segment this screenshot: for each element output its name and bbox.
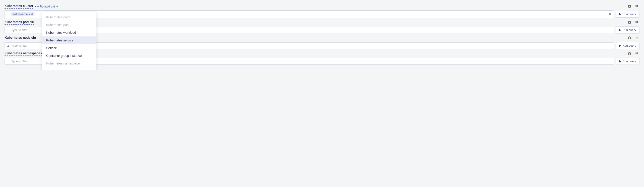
grid-button-1[interactable] xyxy=(634,4,640,9)
section-actions-2 xyxy=(627,20,640,25)
filter-icon-1: ⊿ xyxy=(7,12,10,16)
svg-point-0 xyxy=(636,5,636,6)
svg-point-2 xyxy=(638,5,638,6)
dropdown-item-container-group[interactable]: Container group instance xyxy=(42,52,96,59)
svg-point-15 xyxy=(636,38,636,38)
section-header-ns: Kubernetes namespace clustered_by Kubern… xyxy=(4,51,640,56)
plus-icon: + xyxy=(35,5,36,8)
svg-point-7 xyxy=(636,21,637,22)
svg-point-8 xyxy=(638,21,638,22)
svg-point-23 xyxy=(638,53,638,54)
run-query-button-1[interactable]: Run query xyxy=(616,11,640,18)
section-kube-pod-cluster: Kubernetes pod clu xyxy=(4,20,640,33)
svg-point-12 xyxy=(636,37,636,38)
run-query-label-1: Run query xyxy=(622,12,636,16)
delete-button-4[interactable] xyxy=(627,51,632,56)
related-entity-label: + Related entity xyxy=(37,5,58,8)
svg-point-4 xyxy=(636,6,637,7)
grid-button-2[interactable] xyxy=(634,20,640,25)
svg-point-21 xyxy=(636,53,636,54)
play-icon-1 xyxy=(619,13,621,15)
dropdown-item-service[interactable]: Service xyxy=(42,44,96,52)
filter-tag-chip: entity.name = d xyxy=(11,12,34,16)
filter-row-1: ⊿ entity.name = d ✕ Run query xyxy=(4,10,640,18)
play-icon-2 xyxy=(619,29,621,31)
svg-point-1 xyxy=(636,5,637,6)
dropdown-item-kube-pod[interactable]: Kubernetes pod xyxy=(42,21,96,29)
svg-point-13 xyxy=(636,37,637,38)
dropdown-item-kube-service[interactable]: Kubernetes service xyxy=(42,36,96,44)
trash-icon-3 xyxy=(628,36,631,40)
section-title-node: Kubernetes node clu xyxy=(4,36,36,40)
filter-input-2[interactable] xyxy=(11,28,612,32)
filter-input-3[interactable] xyxy=(11,44,612,47)
run-query-label-3: Run query xyxy=(622,44,636,47)
section-kube-cluster: Kubernetes cluster + + Related entity xyxy=(4,4,640,18)
delete-button-2[interactable] xyxy=(627,20,632,25)
svg-point-20 xyxy=(638,52,638,53)
filter-row-3: ⊿ Run query xyxy=(4,42,640,49)
clear-filter-button[interactable]: ✕ xyxy=(609,12,612,16)
trash-icon-4 xyxy=(628,52,631,55)
delete-button-1[interactable] xyxy=(627,4,632,9)
svg-point-14 xyxy=(638,37,638,38)
grid-button-3[interactable] xyxy=(634,35,640,41)
section-title-pod: Kubernetes pod clu xyxy=(4,20,34,25)
section-header-node: Kubernetes node clu xyxy=(4,35,640,41)
delete-button-3[interactable] xyxy=(627,35,632,41)
main-container: Kubernetes cluster + + Related entity xyxy=(0,0,644,70)
section-title-kube-cluster: Kubernetes cluster xyxy=(4,4,33,8)
filter-row-2: ⊿ Run query xyxy=(4,26,640,33)
svg-point-10 xyxy=(636,22,637,23)
run-query-button-3[interactable]: Run query xyxy=(616,42,640,49)
grid-icon-2 xyxy=(635,21,638,24)
filter-icon-2: ⊿ xyxy=(7,28,10,32)
filter-row-4: ⊿ Run query xyxy=(4,58,640,65)
play-icon-3 xyxy=(619,45,621,47)
grid-icon-4 xyxy=(635,52,638,55)
section-actions-1 xyxy=(627,4,640,9)
play-icon-4 xyxy=(619,60,621,62)
run-query-label-2: Run query xyxy=(622,28,636,32)
grid-button-4[interactable] xyxy=(634,51,640,56)
trash-icon xyxy=(628,4,631,8)
svg-point-17 xyxy=(638,38,638,38)
run-query-label-4: Run query xyxy=(622,59,636,63)
grid-icon-3 xyxy=(635,36,638,40)
svg-point-9 xyxy=(636,22,636,23)
section-kube-node-cluster: Kubernetes node clu xyxy=(4,35,640,49)
trash-icon-2 xyxy=(628,21,631,24)
filter-icon-4: ⊿ xyxy=(7,59,10,63)
dropdown-item-host[interactable]: Host xyxy=(42,67,96,70)
section-actions-3 xyxy=(627,35,640,41)
svg-point-5 xyxy=(638,6,638,7)
svg-point-3 xyxy=(636,6,636,7)
svg-point-16 xyxy=(636,38,637,38)
run-query-button-2[interactable]: Run query xyxy=(616,26,640,33)
svg-point-11 xyxy=(638,22,638,23)
svg-point-18 xyxy=(636,52,636,53)
grid-icon xyxy=(635,4,638,8)
filter-icon-3: ⊿ xyxy=(7,44,10,47)
filter-input-4[interactable] xyxy=(11,59,612,63)
related-entity-button[interactable]: + + Related entity xyxy=(33,4,59,8)
svg-point-6 xyxy=(636,21,636,22)
dropdown-item-kube-workload[interactable]: Kubernetes workload xyxy=(42,29,96,36)
section-kube-namespace: Kubernetes namespace clustered_by Kubern… xyxy=(4,51,640,65)
svg-point-22 xyxy=(636,53,637,54)
dropdown-item-kube-namespace[interactable]: Kubernetes namespace xyxy=(42,59,96,67)
section-header-kube-cluster: Kubernetes cluster + + Related entity xyxy=(4,4,640,9)
dropdown-item-kube-node[interactable]: Kubernetes node xyxy=(42,13,96,21)
svg-point-19 xyxy=(636,52,637,53)
run-query-button-4[interactable]: Run query xyxy=(616,58,640,65)
section-actions-4 xyxy=(627,51,640,56)
related-entity-dropdown: Kubernetes node Kubernetes pod Kubernete… xyxy=(42,12,96,70)
section-header-pod: Kubernetes pod clu xyxy=(4,20,640,25)
